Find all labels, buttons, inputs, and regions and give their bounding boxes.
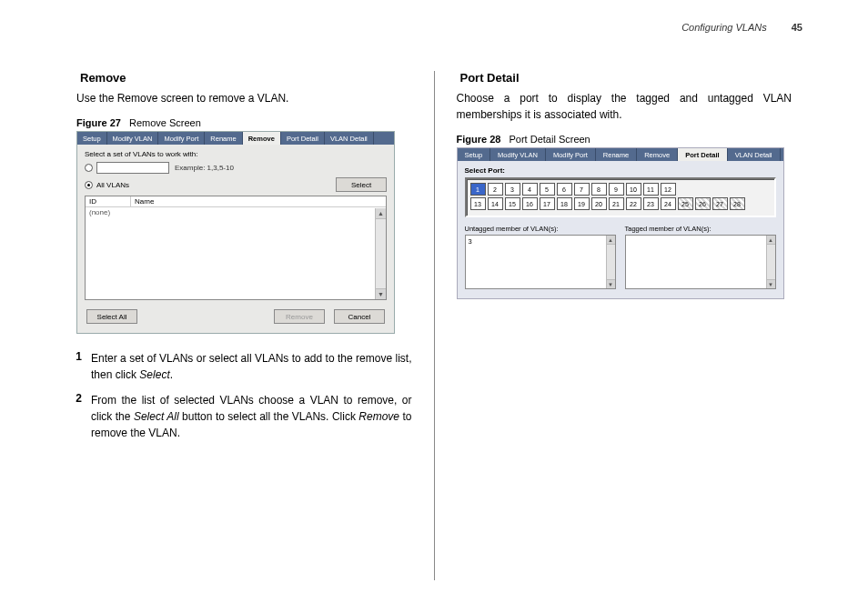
scroll-up-icon[interactable]: ▲: [376, 208, 386, 219]
port-13[interactable]: 13: [470, 197, 486, 210]
tab28-vlan-detail[interactable]: VLAN Detail: [728, 148, 781, 161]
tab28-port-detail[interactable]: Port Detail: [678, 148, 728, 161]
figure28-port-detail-screen: Setup Modify VLAN Modify Port Rename Rem…: [457, 147, 784, 299]
scroll-down-icon[interactable]: ▼: [767, 279, 775, 288]
tab28-rename[interactable]: Rename: [596, 148, 637, 161]
port-23[interactable]: 23: [643, 197, 659, 210]
tab-vlan-detail[interactable]: VLAN Detail: [325, 132, 374, 145]
select-all-button[interactable]: Select All: [86, 309, 137, 324]
tab-setup[interactable]: Setup: [77, 132, 107, 145]
port-18[interactable]: 18: [557, 197, 572, 210]
port-row-2: 13141516171819202122232425262728: [470, 197, 771, 210]
port-25[interactable]: 25: [678, 197, 693, 210]
vlan-list-none: (none): [86, 207, 386, 217]
vlan-list-header: ID Name: [86, 196, 386, 207]
port-11[interactable]: 11: [643, 183, 659, 196]
tab-rename[interactable]: Rename: [205, 132, 242, 145]
heading-remove: Remove: [80, 71, 412, 85]
remove-intro: Use the Remove screen to remove a VLAN.: [76, 90, 412, 106]
port-1[interactable]: 1: [470, 183, 486, 196]
port-16[interactable]: 16: [522, 197, 538, 210]
untagged-pane: Untagged member of VLAN(s): 3 ▲ ▼: [465, 225, 616, 289]
port-6[interactable]: 6: [557, 183, 572, 196]
port-10[interactable]: 10: [626, 183, 641, 196]
membership-panes: Untagged member of VLAN(s): 3 ▲ ▼ Tagged…: [465, 225, 776, 289]
right-column: Port Detail Choose a port to display the…: [435, 71, 814, 580]
header-section: Configuring VLANs: [681, 22, 767, 33]
running-header: Configuring VLANs 45: [681, 22, 802, 33]
step-2-em2: Remove: [358, 410, 399, 423]
figure28-caption: Figure 28 Port Detail Screen: [457, 134, 792, 145]
two-column-layout: Remove Use the Remove screen to remove a…: [55, 71, 813, 580]
figure27-tabbar: Setup Modify VLAN Modify Port Rename Rem…: [77, 132, 394, 145]
port-24[interactable]: 24: [661, 197, 676, 210]
port-21[interactable]: 21: [609, 197, 624, 210]
port-26[interactable]: 26: [695, 197, 711, 210]
port-28[interactable]: 28: [730, 197, 745, 210]
vlan-list[interactable]: ID Name (none) ▲ ▼: [85, 196, 387, 300]
port-15[interactable]: 15: [505, 197, 520, 210]
heading-port-detail: Port Detail: [460, 71, 792, 85]
radio-specific-vlans[interactable]: [85, 164, 93, 172]
port-3[interactable]: 3: [505, 183, 520, 196]
header-page-number: 45: [792, 22, 802, 33]
untagged-scrollbar[interactable]: ▲ ▼: [606, 236, 615, 288]
vlan-list-scrollbar[interactable]: ▲ ▼: [375, 208, 386, 299]
tab28-modify-port[interactable]: Modify Port: [546, 148, 596, 161]
cancel-button[interactable]: Cancel: [334, 309, 385, 324]
port-14[interactable]: 14: [488, 197, 503, 210]
port-8[interactable]: 8: [591, 183, 607, 196]
step-1-post: .: [170, 368, 173, 381]
port-7[interactable]: 7: [574, 183, 590, 196]
scroll-down-icon[interactable]: ▼: [376, 288, 386, 299]
figure28-body: Select Port: 123456789101112 13141516171…: [458, 161, 783, 298]
step-2-em1: Select All: [134, 410, 179, 423]
tab28-remove[interactable]: Remove: [637, 148, 678, 161]
port-5[interactable]: 5: [540, 183, 555, 196]
select-button[interactable]: Select: [336, 177, 387, 192]
remove-steps: 1 Enter a set of VLANs or select all VLA…: [66, 350, 412, 441]
left-column: Remove Use the Remove screen to remove a…: [55, 71, 434, 580]
untagged-list[interactable]: 3 ▲ ▼: [465, 235, 616, 289]
radio-all-vlans[interactable]: [85, 181, 93, 189]
vlan-range-input[interactable]: [96, 162, 169, 174]
figure28-title: Port Detail Screen: [509, 134, 590, 145]
tab-modify-vlan[interactable]: Modify VLAN: [107, 132, 159, 145]
step-2: 2 From the list of selected VLANs choose…: [66, 392, 412, 441]
step-1: 1 Enter a set of VLANs or select all VLA…: [66, 350, 412, 383]
port-22[interactable]: 22: [626, 197, 641, 210]
scroll-up-icon[interactable]: ▲: [607, 236, 615, 245]
tab28-modify-vlan[interactable]: Modify VLAN: [490, 148, 546, 161]
untagged-value: 3: [469, 237, 472, 246]
step-2-mid: button to select all the VLANs. Click: [179, 410, 359, 423]
port-2[interactable]: 2: [488, 183, 503, 196]
port-20[interactable]: 20: [591, 197, 607, 210]
port-17[interactable]: 17: [540, 197, 555, 210]
port-selector: 123456789101112 131415161718192021222324…: [465, 177, 776, 217]
scroll-down-icon[interactable]: ▼: [607, 279, 615, 288]
step-1-text: Enter a set of VLANs or select all VLANs…: [91, 350, 412, 383]
remove-button[interactable]: Remove: [274, 309, 325, 324]
document-page: Configuring VLANs 45 Remove Use the Remo…: [0, 0, 868, 613]
port-12[interactable]: 12: [661, 183, 676, 196]
tagged-scrollbar[interactable]: ▲ ▼: [766, 236, 775, 288]
figure28-label: Figure 28: [457, 134, 501, 145]
step-2-number: 2: [66, 392, 82, 441]
tab-remove[interactable]: Remove: [243, 132, 281, 145]
tab28-setup[interactable]: Setup: [458, 148, 491, 161]
select-port-label: Select Port:: [465, 166, 776, 175]
tagged-list[interactable]: ▲ ▼: [625, 235, 776, 289]
select-prompt: Select a set of VLANs to work with:: [85, 150, 387, 158]
port-4[interactable]: 4: [522, 183, 538, 196]
scroll-up-icon[interactable]: ▲: [767, 236, 775, 245]
port-27[interactable]: 27: [712, 197, 728, 210]
example-text: Example: 1,3,5-10: [175, 164, 234, 172]
tab-modify-port[interactable]: Modify Port: [158, 132, 205, 145]
port-19[interactable]: 19: [574, 197, 590, 210]
figure27-label: Figure 27: [76, 117, 121, 128]
tagged-pane: Tagged member of VLAN(s): ▲ ▼: [625, 225, 776, 289]
port-9[interactable]: 9: [609, 183, 624, 196]
tab-port-detail[interactable]: Port Detail: [281, 132, 325, 145]
untagged-label: Untagged member of VLAN(s):: [465, 225, 616, 233]
figure27-title: Remove Screen: [129, 117, 201, 128]
